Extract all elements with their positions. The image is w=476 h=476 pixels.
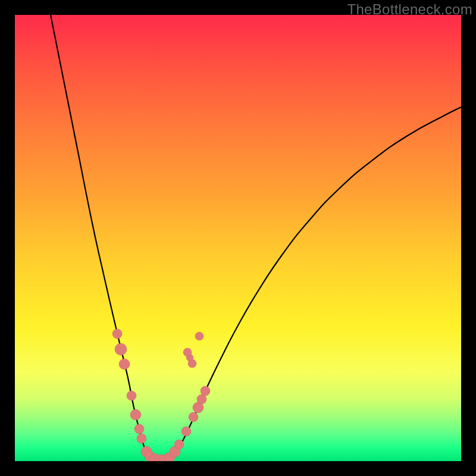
- bottleneck-curve-svg: [15, 15, 461, 461]
- data-marker: [112, 329, 122, 339]
- data-marker: [137, 434, 146, 443]
- data-marker: [119, 359, 130, 369]
- watermark-text: TheBottleneck.com: [347, 1, 472, 18]
- chart-frame: TheBottleneck.com: [0, 0, 476, 476]
- data-marker: [115, 343, 127, 355]
- data-marker: [195, 332, 203, 340]
- bottleneck-curve: [51, 15, 461, 460]
- data-marker: [201, 386, 210, 396]
- data-marker: [130, 409, 141, 420]
- data-marker: [127, 391, 136, 400]
- data-marker: [181, 427, 191, 436]
- data-marker: [134, 424, 144, 434]
- data-marker: [183, 348, 192, 356]
- plot-area: [15, 15, 461, 461]
- data-marker: [197, 394, 206, 404]
- data-markers: [112, 329, 210, 461]
- data-marker: [174, 440, 184, 449]
- data-marker: [189, 412, 198, 422]
